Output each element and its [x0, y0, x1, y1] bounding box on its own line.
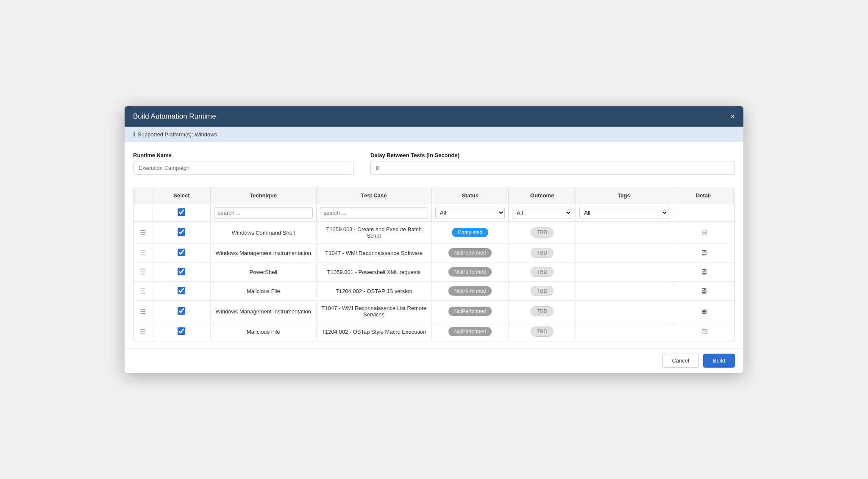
row-detail[interactable]: 🖥: [672, 282, 735, 301]
row-technique: Malicious File: [211, 322, 317, 341]
drag-icon: ☰: [140, 249, 146, 257]
row-outcome: TBD: [509, 322, 576, 341]
row-technique: Windows Management Instrumentation: [211, 301, 317, 322]
build-button[interactable]: Build: [703, 354, 735, 368]
drag-icon: ☰: [140, 288, 146, 295]
row-select-cell: [153, 282, 210, 301]
runtime-name-group: Runtime Name: [133, 152, 353, 175]
table-row: ☰Windows Command ShellT1059.003 - Create…: [134, 222, 734, 244]
row-test-case: T1047 - WMI Reconnaissance Software: [316, 244, 431, 263]
row-test-case: T1059.003 - Create and Execute Batch Scr…: [316, 222, 431, 244]
row-drag-handle[interactable]: ☰: [134, 222, 153, 244]
outcome-badge: TBD: [531, 248, 554, 258]
row-drag-handle[interactable]: ☰: [134, 282, 153, 301]
row-status: NotPerformed: [431, 263, 509, 282]
row-test-case: T1204.002 - OSTAP JS version: [316, 282, 431, 301]
form-row: Runtime Name Delay Between Tests (In Sec…: [133, 152, 735, 175]
info-icon: ℹ: [133, 131, 135, 138]
row-checkbox[interactable]: [178, 327, 185, 335]
close-button[interactable]: ×: [730, 113, 735, 120]
test-cases-table-wrapper: Select Technique Test Case Status Outcom…: [133, 187, 735, 341]
row-drag-handle[interactable]: ☰: [134, 263, 153, 282]
filter-detail-cell: [672, 204, 735, 222]
row-tags: [576, 222, 672, 244]
row-tags: [576, 322, 672, 341]
drag-icon: ☰: [140, 229, 146, 236]
row-checkbox[interactable]: [178, 249, 185, 256]
technique-search-input[interactable]: [214, 207, 313, 219]
status-badge: NotPerformed: [448, 307, 492, 316]
table-row: ☰Malicious FileT1204.002 - OSTAP JS vers…: [134, 282, 734, 301]
status-badge: Completed: [452, 228, 488, 237]
row-checkbox[interactable]: [178, 228, 185, 236]
row-select-cell: [153, 263, 210, 282]
row-detail[interactable]: 🖥: [672, 222, 735, 244]
runtime-name-input[interactable]: [133, 161, 353, 175]
row-technique: Windows Command Shell: [211, 222, 317, 244]
outcome-badge: TBD: [531, 227, 554, 238]
row-test-case: T1204.002 - OSTap Style Macro Execution: [316, 322, 431, 341]
row-select-cell: [153, 301, 210, 322]
tags-filter-select[interactable]: All: [579, 207, 668, 219]
monitor-icon: 🖥: [700, 228, 707, 237]
row-status: NotPerformed: [431, 244, 509, 263]
drag-icon: ☰: [140, 269, 146, 276]
table-row: ☰Windows Management InstrumentationT1047…: [134, 301, 734, 322]
row-checkbox[interactable]: [178, 268, 185, 275]
filter-technique-cell: [211, 204, 317, 222]
select-all-checkbox[interactable]: [178, 208, 185, 216]
modal-footer: Cancel Build: [125, 348, 743, 373]
row-status: Completed: [431, 222, 509, 244]
row-detail[interactable]: 🖥: [672, 301, 735, 322]
filter-test-case-cell: [316, 204, 431, 222]
row-technique: Malicious File: [211, 282, 317, 301]
runtime-name-label: Runtime Name: [133, 152, 353, 158]
row-checkbox[interactable]: [178, 287, 185, 294]
row-tags: [576, 263, 672, 282]
table-row: ☰Windows Management InstrumentationT1047…: [134, 244, 734, 263]
status-badge: NotPerformed: [448, 286, 492, 296]
outcome-badge: TBD: [531, 306, 554, 316]
table-row: ☰PowerShellT1059.001 - Powershell XML re…: [134, 263, 734, 282]
monitor-icon: 🖥: [700, 307, 707, 316]
col-detail: Detail: [672, 187, 735, 204]
filter-select-cell: [153, 204, 210, 222]
row-test-case: T1059.001 - Powershell XML requests: [316, 263, 431, 282]
modal-header: Build Automation Runtime ×: [125, 106, 743, 127]
row-detail[interactable]: 🖥: [672, 244, 735, 263]
row-outcome: TBD: [509, 282, 576, 301]
col-status: Status: [431, 187, 509, 204]
outcome-badge: TBD: [531, 286, 554, 296]
row-status: NotPerformed: [431, 322, 509, 341]
row-drag-handle[interactable]: ☰: [134, 322, 153, 341]
outcome-filter-select[interactable]: All TBD: [512, 207, 572, 219]
col-outcome: Outcome: [509, 187, 576, 204]
cancel-button[interactable]: Cancel: [662, 354, 699, 368]
test-case-search-input[interactable]: [320, 207, 428, 219]
row-technique: Windows Management Instrumentation: [211, 244, 317, 263]
drag-icon: ☰: [140, 308, 146, 315]
row-tags: [576, 282, 672, 301]
row-drag-handle[interactable]: ☰: [134, 301, 153, 322]
filter-status-cell: All Completed NotPerformed: [431, 204, 509, 222]
row-status: NotPerformed: [431, 282, 509, 301]
row-drag-handle[interactable]: ☰: [134, 244, 153, 263]
col-test-case: Test Case: [316, 187, 431, 204]
row-detail[interactable]: 🖥: [672, 263, 735, 282]
row-tags: [576, 301, 672, 322]
filter-tags-cell: All: [576, 204, 672, 222]
delay-input[interactable]: [370, 161, 735, 175]
monitor-icon: 🖥: [700, 327, 707, 336]
monitor-icon: 🖥: [700, 249, 707, 257]
row-checkbox[interactable]: [178, 307, 185, 315]
platform-text: Supported Platform(s): Windows: [138, 131, 217, 138]
row-detail[interactable]: 🖥: [672, 322, 735, 341]
status-badge: NotPerformed: [448, 327, 492, 336]
status-badge: NotPerformed: [448, 248, 492, 257]
platform-bar: ℹ Supported Platform(s): Windows: [125, 127, 743, 142]
delay-group: Delay Between Tests (In Seconds): [370, 152, 735, 175]
outcome-badge: TBD: [531, 267, 554, 277]
col-tags: Tags: [576, 187, 672, 204]
build-automation-modal: Build Automation Runtime × ℹ Supported P…: [125, 106, 743, 373]
status-filter-select[interactable]: All Completed NotPerformed: [435, 207, 505, 219]
